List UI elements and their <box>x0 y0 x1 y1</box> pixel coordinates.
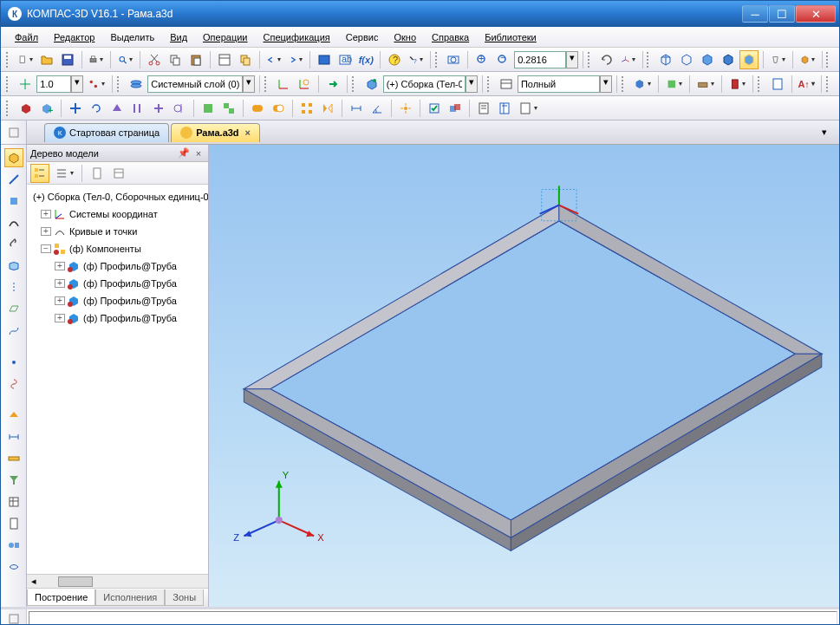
tree-doc-button[interactable] <box>88 164 107 183</box>
tabs-menu-button[interactable]: ▾ <box>815 123 834 142</box>
array-button[interactable] <box>297 99 316 118</box>
manager-button[interactable] <box>315 50 334 69</box>
zoom-value-input[interactable]: ▾ <box>514 51 578 68</box>
panel-close-icon[interactable]: × <box>192 148 205 159</box>
mate-angle-button[interactable] <box>368 99 387 118</box>
open-button[interactable] <box>37 50 56 69</box>
pin-icon[interactable]: 📌 <box>178 147 190 159</box>
filter-body-button[interactable] <box>631 75 654 94</box>
dimension-button[interactable] <box>4 427 23 446</box>
maximize-button[interactable]: ☐ <box>769 5 795 23</box>
menu-libraries[interactable]: Библиотеки <box>478 29 544 45</box>
variables-button[interactable]: ab <box>335 50 355 69</box>
paste-button[interactable] <box>186 50 205 69</box>
fx-button[interactable]: f(x) <box>356 50 375 69</box>
save-button[interactable] <box>58 50 77 69</box>
library-button[interactable] <box>726 75 749 94</box>
rotate-button[interactable] <box>597 50 616 69</box>
collapse-icon[interactable]: − <box>41 244 51 253</box>
mate-parallel-button[interactable] <box>128 99 147 118</box>
preview-button[interactable] <box>115 50 135 69</box>
elements-button[interactable] <box>4 536 23 555</box>
new-part-button[interactable] <box>199 99 218 118</box>
sketch-button[interactable] <box>4 170 23 189</box>
curve-button[interactable] <box>4 213 23 232</box>
tab-exec[interactable]: Исполнения <box>95 589 165 606</box>
report2-button[interactable] <box>4 514 23 533</box>
menu-select[interactable]: Выделить <box>103 29 161 45</box>
axis-button[interactable] <box>4 278 23 297</box>
filter-face-button[interactable] <box>663 75 686 94</box>
layer-icon[interactable] <box>127 75 146 94</box>
properties-button[interactable] <box>215 50 234 69</box>
tab-start-page[interactable]: К Стартовая страница <box>44 123 169 142</box>
new-assy-button[interactable] <box>219 99 238 118</box>
spec-edit-button[interactable] <box>4 492 23 511</box>
add-local-button[interactable]: + <box>37 99 56 118</box>
spline3d-button[interactable] <box>4 322 23 341</box>
redo-button[interactable] <box>285 50 305 69</box>
cut-button[interactable] <box>145 50 164 69</box>
move-button[interactable] <box>66 99 85 118</box>
tab-close-icon[interactable]: × <box>245 127 251 138</box>
filter-button[interactable] <box>4 471 23 490</box>
mate-coincident-button[interactable] <box>107 99 127 118</box>
shaded-edges-button[interactable] <box>719 50 738 69</box>
point-button[interactable] <box>4 353 23 372</box>
spiral-button[interactable] <box>4 374 23 394</box>
rebuild-button[interactable] <box>694 75 717 94</box>
surface-button[interactable] <box>4 257 23 276</box>
view-mode-icon[interactable] <box>497 75 516 94</box>
close-button[interactable]: ✕ <box>796 5 836 23</box>
expand-icon[interactable]: + <box>41 210 51 218</box>
plane-button[interactable] <box>4 300 23 319</box>
measure-button[interactable] <box>4 449 23 468</box>
orient-button[interactable] <box>618 50 638 69</box>
tree-spec-button[interactable] <box>109 164 128 183</box>
spec-button[interactable] <box>495 99 514 118</box>
mirror-button[interactable] <box>318 99 337 118</box>
expand-icon[interactable]: + <box>55 314 65 322</box>
cable-button[interactable] <box>4 557 23 576</box>
tab-build[interactable]: Построение <box>27 589 95 606</box>
menu-service[interactable]: Сервис <box>339 29 386 45</box>
model-tree[interactable]: (+) Сборка (Тел-0, Сборочных единиц-0, Д… <box>27 185 208 574</box>
mate-tangent-button[interactable] <box>170 99 189 118</box>
report-button[interactable] <box>768 75 787 94</box>
snap-button[interactable] <box>85 75 107 94</box>
menu-spec[interactable]: Спецификация <box>257 29 337 45</box>
ortho-button[interactable] <box>16 75 35 94</box>
menu-edit[interactable]: Редактор <box>47 29 101 45</box>
expand-icon[interactable]: + <box>55 262 65 270</box>
menu-view[interactable]: Вид <box>163 29 194 45</box>
tree-mode-button[interactable] <box>30 164 49 183</box>
lcs-button[interactable] <box>274 75 293 94</box>
edit-assembly-button[interactable] <box>4 148 23 167</box>
lcs-sel-button[interactable] <box>295 75 314 94</box>
mate-perp-button[interactable] <box>149 99 168 118</box>
scale-combo[interactable]: ▾ <box>36 75 83 93</box>
shaded-wireframe-button[interactable] <box>739 50 759 69</box>
go-to-button[interactable] <box>323 75 342 94</box>
mate-distance-button[interactable] <box>347 99 366 118</box>
menu-operations[interactable]: Операции <box>196 29 254 45</box>
minimize-button[interactable]: ─ <box>742 5 768 23</box>
attrs-button[interactable]: А↑ <box>796 75 816 94</box>
zoom-fit-button[interactable] <box>444 50 463 69</box>
sheet-button[interactable] <box>4 406 23 425</box>
tab-rama[interactable]: Рама.a3d × <box>171 123 260 142</box>
3d-viewport[interactable]: Y X Z <box>209 145 839 607</box>
copy-button[interactable] <box>166 50 185 69</box>
rotate-part-button[interactable] <box>87 99 106 118</box>
bool-union-button[interactable] <box>248 99 267 118</box>
menu-file[interactable]: Файл <box>8 29 45 45</box>
bool-subtract-button[interactable] <box>269 99 288 118</box>
add-part-button[interactable] <box>16 99 36 118</box>
expand-icon[interactable]: + <box>41 227 51 236</box>
compact-panel-anchor[interactable] <box>4 123 23 142</box>
hidden-button[interactable] <box>677 50 696 69</box>
tree-hscroll[interactable]: ◂ <box>27 574 208 588</box>
print-button[interactable] <box>86 50 106 69</box>
undo-button[interactable] <box>264 50 283 69</box>
explode-button[interactable] <box>396 99 415 118</box>
